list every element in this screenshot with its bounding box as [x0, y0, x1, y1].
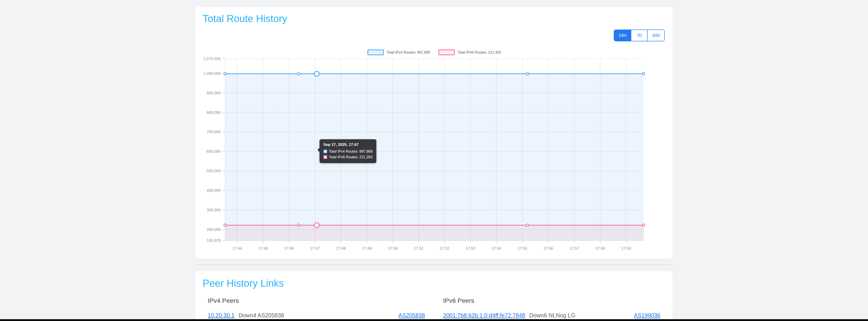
ipv4-peer-address-link[interactable]: 10.20.30.1 — [208, 312, 235, 319]
series-area-0 — [225, 74, 644, 240]
tooltip-value-ipv4: Total IPv4 Routes: 997,869 — [329, 149, 372, 154]
ipv6-peer-row: 2001:7b8:62b:1:0:d4ff:fe72:7848 Down6 NL… — [443, 312, 661, 319]
x-axis-label: 17:51 — [414, 246, 424, 251]
ipv6-peer-description: Down6 NLNog LG — [529, 312, 576, 319]
ipv6-peer-asn-link[interactable]: AS199036 — [634, 312, 660, 319]
y-axis-label: 700,000 — [207, 130, 221, 134]
y-axis-label: 1,000,000 — [203, 71, 221, 76]
y-axis-label: 400,000 — [207, 188, 221, 193]
route-history-card: Total Route History 24H 7D 30D Total IPv… — [195, 7, 673, 259]
series-area-1 — [225, 225, 644, 240]
tooltip-arrow — [317, 148, 319, 152]
ipv6-peers-heading: IPv6 Peers — [443, 297, 661, 305]
peer-history-card: Peer History Links IPv4 Peers 10.20.30.1… — [195, 271, 673, 321]
x-axis-label: 17:57 — [569, 246, 579, 251]
tooltip-row-ipv6: Total IPv6 Routes: 221,355 — [323, 154, 372, 160]
x-axis-label: 17:49 — [362, 246, 372, 251]
x-axis-label: 17:47 — [310, 246, 320, 251]
tooltip-title: Sep 17, 2025, 17:47 — [323, 142, 372, 147]
tooltip-swatch-ipv4 — [323, 149, 327, 153]
x-axis-label: 17:59 — [621, 246, 631, 251]
x-axis-label: 17:45 — [258, 246, 268, 251]
data-point-marker — [224, 72, 226, 75]
x-axis-label: 17:52 — [440, 246, 450, 251]
y-axis-label: 300,000 — [207, 208, 221, 212]
route-history-chart[interactable]: 1,075,5561,000,000900,000800,000700,0006… — [195, 7, 673, 259]
x-axis-label: 17:44 — [232, 246, 242, 251]
peers-columns: IPv4 Peers 10.20.30.1 Down4 AS205838 AS2… — [208, 297, 660, 319]
x-axis-label: 17:53 — [466, 246, 475, 251]
data-point-marker — [297, 224, 300, 226]
ipv4-peers-heading: IPv4 Peers — [208, 297, 425, 305]
y-axis-label: 900,000 — [207, 91, 221, 95]
tooltip-row-ipv4: Total IPv4 Routes: 997,869 — [323, 149, 372, 154]
chart-tooltip: Sep 17, 2025, 17:47 Total IPv4 Routes: 9… — [319, 139, 376, 163]
y-axis-label: 1,075,556 — [203, 57, 221, 61]
x-axis-label: 17:56 — [544, 246, 553, 251]
ipv6-peers-column: IPv6 Peers 2001:7b8:62b:1:0:d4ff:fe72:78… — [443, 297, 661, 319]
x-axis-label: 17:55 — [518, 246, 527, 251]
data-point-marker — [224, 224, 226, 226]
y-axis-label: 800,000 — [207, 110, 221, 115]
peer-history-title: Peer History Links — [203, 277, 284, 289]
data-point-marker — [526, 72, 529, 75]
ipv4-peers-column: IPv4 Peers 10.20.30.1 Down4 AS205838 AS2… — [208, 297, 425, 319]
data-point-marker — [643, 72, 645, 75]
y-axis-label: 200,000 — [207, 227, 221, 232]
y-axis-label: 600,000 — [207, 149, 221, 153]
tooltip-value-ipv6: Total IPv6 Routes: 221,355 — [329, 154, 372, 160]
x-axis-label: 17:46 — [284, 246, 294, 251]
viewport-bottom-edge — [0, 319, 868, 321]
data-point-marker — [526, 224, 529, 226]
x-axis-label: 17:48 — [336, 246, 346, 251]
section-divider — [195, 265, 673, 265]
y-axis-label: 143,629 — [207, 238, 221, 243]
data-point-marker — [643, 224, 645, 226]
tooltip-swatch-ipv6 — [323, 155, 327, 159]
x-axis-label: 17:54 — [492, 246, 501, 251]
x-axis-label: 17:50 — [388, 246, 398, 251]
hover-marker-1 — [314, 223, 319, 228]
hover-marker-0 — [314, 71, 319, 76]
ipv4-peer-row: 10.20.30.1 Down4 AS205838 AS205838 — [208, 312, 425, 319]
x-axis-label: 17:58 — [595, 246, 605, 251]
data-point-marker — [297, 72, 300, 75]
ipv4-peer-asn-link[interactable]: AS205838 — [398, 312, 425, 319]
ipv4-peer-description: Down4 AS205838 — [239, 312, 284, 319]
y-axis-label: 500,000 — [207, 169, 221, 173]
ipv6-peer-address-link[interactable]: 2001:7b8:62b:1:0:d4ff:fe72:7848 — [443, 312, 525, 319]
